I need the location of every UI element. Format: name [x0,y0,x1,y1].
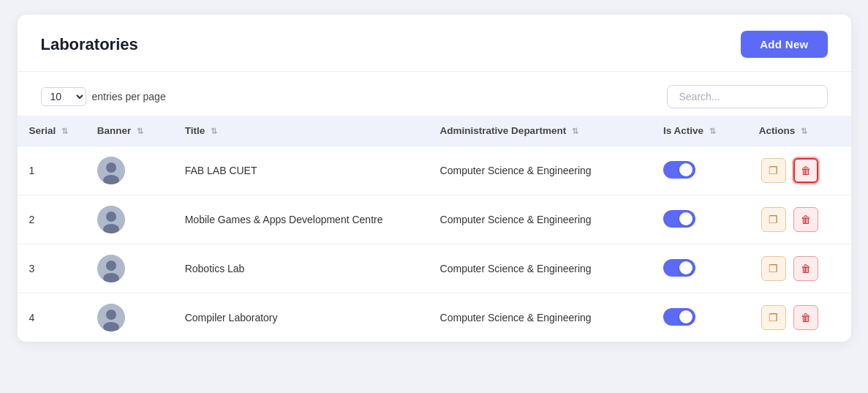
avatar [97,206,125,233]
cell-department: Computer Science & Engineering [429,244,652,293]
entries-controls: 10 25 50 100 entries per page [41,87,166,106]
edit-button[interactable]: ❐ [761,305,786,330]
cell-actions: ❐ 🗑 [747,293,851,343]
delete-icon: 🗑 [801,214,811,225]
col-banner[interactable]: Banner ⇅ [86,116,173,146]
table-row: 1 FAB LAB CUETComputer Science & Enginee… [18,146,851,195]
delete-icon: 🗑 [801,165,811,176]
svg-point-10 [106,310,116,320]
active-toggle[interactable] [663,210,695,228]
delete-button[interactable]: 🗑 [793,256,818,281]
edit-button[interactable]: ❐ [761,256,786,281]
cell-serial: 1 [18,146,86,195]
entries-select[interactable]: 10 25 50 100 [41,87,86,106]
col-title[interactable]: Title ⇅ [173,116,429,146]
avatar [97,255,125,282]
sort-icon-banner: ⇅ [137,127,143,136]
laboratories-card: Laboratories Add New 10 25 50 100 entrie… [18,15,851,342]
add-new-button[interactable]: Add New [741,31,827,58]
cell-actions: ❐ 🗑 [747,195,851,244]
card-header: Laboratories Add New [18,15,851,72]
sort-icon-department: ⇅ [572,127,578,136]
cell-banner [86,195,173,244]
active-toggle[interactable] [663,308,695,326]
svg-point-7 [106,261,116,271]
edit-icon: ❐ [769,312,778,323]
avatar [97,157,125,184]
table-header-row: Serial ⇅ Banner ⇅ Title ⇅ Administrative… [18,116,851,146]
cell-serial: 3 [18,244,86,293]
cell-is-active [652,146,747,195]
svg-point-1 [106,162,116,173]
col-department[interactable]: Administrative Department ⇅ [429,116,652,146]
cell-title: FAB LAB CUET [173,146,429,195]
edit-button[interactable]: ❐ [761,207,786,232]
delete-button[interactable]: 🗑 [793,207,818,232]
cell-banner [86,244,173,293]
svg-point-4 [106,212,116,222]
avatar [97,304,125,332]
active-toggle[interactable] [663,259,695,277]
entries-label: entries per page [92,91,166,102]
cell-department: Computer Science & Engineering [429,293,652,343]
delete-button[interactable]: 🗑 [793,158,818,183]
search-input[interactable] [667,85,828,108]
col-is-active[interactable]: Is Active ⇅ [652,116,747,146]
cell-department: Computer Science & Engineering [429,195,652,244]
delete-button[interactable]: 🗑 [793,305,818,330]
toolbar: 10 25 50 100 entries per page [18,72,851,116]
cell-department: Computer Science & Engineering [429,146,652,195]
cell-title: Robotics Lab [173,244,429,293]
edit-icon: ❐ [769,165,778,176]
col-serial[interactable]: Serial ⇅ [18,116,86,146]
table-row: 4 Compiler LaboratoryComputer Science & … [18,293,851,343]
delete-icon: 🗑 [801,263,811,274]
sort-icon-actions: ⇅ [801,127,807,136]
cell-actions: ❐ 🗑 [747,244,851,293]
cell-actions: ❐ 🗑 [747,146,851,195]
edit-icon: ❐ [769,214,778,225]
sort-icon-serial: ⇅ [61,127,68,136]
edit-button[interactable]: ❐ [761,158,786,183]
cell-is-active [652,244,747,293]
sort-icon-active: ⇅ [709,127,716,136]
cell-banner [86,146,173,195]
cell-is-active [652,293,747,343]
delete-icon: 🗑 [801,312,811,323]
cell-is-active [652,195,747,244]
cell-serial: 2 [18,195,86,244]
cell-title: Compiler Laboratory [173,293,429,343]
table-row: 2 Mobile Games & Apps Development Centre… [18,195,851,244]
sort-icon-title: ⇅ [211,127,217,136]
col-actions[interactable]: Actions ⇅ [747,116,851,146]
cell-banner [86,293,173,343]
cell-title: Mobile Games & Apps Development Centre [173,195,429,244]
table-row: 3 Robotics LabComputer Science & Enginee… [18,244,851,293]
cell-serial: 4 [18,293,86,343]
page-title: Laboratories [41,35,138,54]
laboratories-table: Serial ⇅ Banner ⇅ Title ⇅ Administrative… [18,116,851,342]
active-toggle[interactable] [663,161,695,179]
edit-icon: ❐ [769,263,778,274]
